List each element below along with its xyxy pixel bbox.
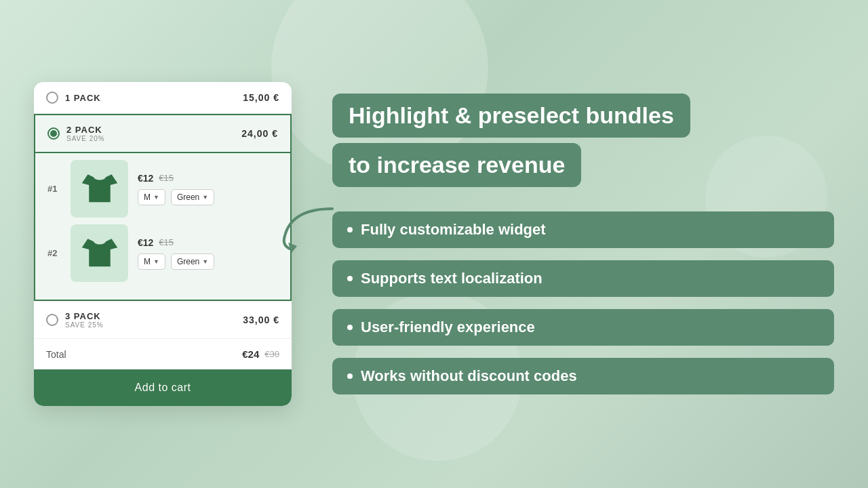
pack-items-expanded: #1 €12 €15 M ▼ bbox=[34, 153, 292, 301]
item-1-price: €12 €15 bbox=[138, 173, 214, 184]
item-2-size-select[interactable]: M ▼ bbox=[138, 253, 165, 270]
bullet-1 bbox=[347, 227, 353, 232]
pack-item-1-row: #1 €12 €15 M ▼ bbox=[47, 160, 278, 218]
item-2-selects: M ▼ Green ▼ bbox=[138, 253, 214, 270]
item-2-details: €12 €15 M ▼ Green ▼ bbox=[138, 237, 214, 270]
pack-item-2-row: #2 €12 €15 M ▼ bbox=[47, 224, 278, 282]
item-1-details: €12 €15 M ▼ Green ▼ bbox=[138, 173, 214, 205]
total-old-price: €30 bbox=[264, 349, 279, 359]
item-2-number: #2 bbox=[47, 248, 61, 258]
pack-2-price: 24,00 € bbox=[241, 128, 278, 139]
item-1-selects: M ▼ Green ▼ bbox=[138, 189, 214, 205]
item-1-size-value: M bbox=[144, 192, 151, 202]
feature-1: Fully customizable widget bbox=[332, 211, 834, 248]
pack-option-1[interactable]: 1 PACK 15,00 € bbox=[34, 82, 292, 114]
main-content: 1 PACK 15,00 € 2 PACK SAVE 20% 24,00 € bbox=[0, 0, 868, 488]
bullet-2 bbox=[347, 276, 353, 281]
arrow-decoration-icon bbox=[278, 202, 346, 256]
pack-3-label: 3 PACK SAVE 25% bbox=[65, 311, 104, 329]
item-1-color-select[interactable]: Green ▼ bbox=[171, 189, 214, 205]
pack-3-radio[interactable] bbox=[46, 314, 58, 326]
item-2-image bbox=[71, 224, 128, 282]
total-prices: €24 €30 bbox=[242, 348, 279, 360]
add-to-cart-button[interactable]: Add to cart bbox=[34, 369, 292, 406]
total-current-price: €24 bbox=[242, 348, 259, 360]
pack-3-price: 33,00 € bbox=[243, 314, 279, 325]
headline-line-2: to increase revenue bbox=[349, 152, 565, 178]
item-2-price-current: €12 bbox=[138, 237, 153, 248]
pack-2-name: 2 PACK bbox=[66, 125, 105, 135]
pack-option-2-left: 2 PACK SAVE 20% bbox=[47, 125, 105, 142]
item-1-price-old: €15 bbox=[159, 173, 174, 183]
item-1-color-value: Green bbox=[177, 192, 199, 202]
bullet-3 bbox=[347, 325, 353, 330]
item-1-number: #1 bbox=[47, 184, 61, 194]
pack-3-name: 3 PACK bbox=[65, 311, 104, 321]
item-2-color-value: Green bbox=[177, 257, 199, 266]
headline-line-1: Highlight & preselect bundles bbox=[349, 102, 674, 128]
pack-option-3-left: 3 PACK SAVE 25% bbox=[46, 311, 104, 329]
total-label: Total bbox=[46, 349, 66, 360]
item-1-size-select[interactable]: M ▼ bbox=[138, 189, 165, 205]
item-1-image bbox=[71, 160, 128, 218]
pack-2-label: 2 PACK SAVE 20% bbox=[66, 125, 105, 142]
feature-1-text: Fully customizable widget bbox=[361, 221, 546, 239]
tshirt-2-icon bbox=[76, 230, 123, 277]
pack-1-name: 1 PACK bbox=[65, 93, 101, 103]
pack-option-1-left: 1 PACK bbox=[46, 92, 101, 104]
item-2-size-arrow: ▼ bbox=[153, 258, 159, 265]
widget-card: 1 PACK 15,00 € 2 PACK SAVE 20% 24,00 € bbox=[34, 82, 292, 406]
pack-option-3[interactable]: 3 PACK SAVE 25% 33,00 € bbox=[34, 301, 292, 338]
pack-1-label: 1 PACK bbox=[65, 93, 101, 103]
item-1-price-current: €12 bbox=[138, 173, 153, 184]
feature-2-text: Supports text localization bbox=[361, 270, 542, 287]
tshirt-1-icon bbox=[76, 165, 123, 213]
item-2-color-arrow: ▼ bbox=[202, 258, 208, 265]
pack-option-2[interactable]: 2 PACK SAVE 20% 24,00 € bbox=[34, 114, 292, 153]
pack-1-price: 15,00 € bbox=[243, 92, 279, 103]
right-content: Highlight & preselect bundles to increas… bbox=[332, 94, 834, 394]
pack-3-save: SAVE 25% bbox=[65, 321, 104, 329]
headline-block: Highlight & preselect bundles to increas… bbox=[332, 94, 834, 192]
feature-4: Works without discount codes bbox=[332, 358, 834, 394]
item-2-color-select[interactable]: Green ▼ bbox=[171, 253, 214, 270]
item-1-color-arrow: ▼ bbox=[202, 194, 208, 201]
item-1-size-arrow: ▼ bbox=[153, 194, 159, 201]
bullet-4 bbox=[347, 373, 353, 379]
feature-3-text: User-friendly experience bbox=[361, 319, 535, 336]
total-row: Total €24 €30 bbox=[34, 338, 292, 369]
feature-4-text: Works without discount codes bbox=[361, 367, 577, 385]
headline-pill-2: to increase revenue bbox=[332, 143, 581, 187]
pack-1-radio[interactable] bbox=[46, 92, 58, 104]
pack-2-radio[interactable] bbox=[47, 127, 60, 140]
pack-2-radio-inner bbox=[50, 130, 57, 137]
feature-3: User-friendly experience bbox=[332, 309, 834, 346]
feature-2: Supports text localization bbox=[332, 260, 834, 297]
pack-2-save: SAVE 20% bbox=[66, 135, 105, 142]
item-2-price-old: €15 bbox=[159, 237, 174, 247]
item-2-size-value: M bbox=[144, 257, 151, 266]
item-2-price: €12 €15 bbox=[138, 237, 214, 248]
headline-pill-1: Highlight & preselect bundles bbox=[332, 94, 690, 138]
